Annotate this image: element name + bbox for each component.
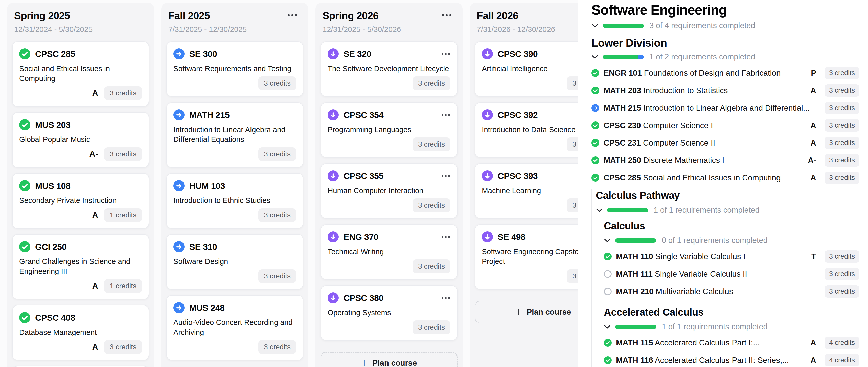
requirement-course-title: Introduction to Linear Algebra and Diffe… [641, 103, 810, 112]
requirement-course-title: Discrete Mathematics I [641, 156, 724, 165]
course-card[interactable]: CPSC 285Social and Ethical Issues in Com… [12, 41, 149, 107]
course-card[interactable]: SE 320The Software Development Lifecycle… [320, 41, 458, 97]
course-menu-ellipsis-icon[interactable] [441, 295, 451, 301]
credits-badge: 3 credits [412, 137, 451, 151]
course-card[interactable]: MATH 215Introduction to Linear Algebra a… [166, 102, 303, 168]
course-card[interactable]: MUS 203Global Popular MusicA-3 credits [12, 112, 149, 168]
requirement-course-code: MATH 116 [616, 356, 653, 365]
grade-label: A [92, 210, 98, 220]
course-code: CPSC 390 [498, 49, 538, 59]
course-card[interactable]: CPSC 380Operating Systems3 credits [320, 285, 458, 341]
credits-badge: 3 credits [412, 198, 451, 212]
course-status-check-circle-icon [19, 119, 30, 130]
course-title: Human Computer Interaction [328, 186, 451, 195]
requirement-course-code: MATH 215 [603, 103, 641, 112]
credits-badge: 3 credits [258, 269, 296, 283]
course-card-footer: 3 credits [328, 195, 451, 212]
semester-menu-ellipsis-icon[interactable] [286, 13, 299, 18]
requirement-course-text: MATH 210 Multivariable Calculus [616, 287, 816, 296]
course-card[interactable]: HUM 103Introduction to Ethnic Studies3 c… [166, 173, 303, 229]
semester-title: Fall 2025 [168, 10, 303, 22]
course-code: CPSC 285 [35, 49, 75, 59]
course-card[interactable]: CPSC 355Human Computer Interaction3 cred… [320, 163, 458, 219]
course-card-header: SE 310 [174, 241, 296, 252]
course-menu-ellipsis-icon[interactable] [441, 235, 451, 239]
requirement-course-text: CPSC 231 Computer Science II [603, 138, 804, 147]
course-menu-ellipsis-icon[interactable] [441, 174, 451, 178]
course-card-header: MUS 248 [174, 302, 296, 313]
requirement-course-row[interactable]: CPSC 231 Computer Science IIA3 credits [591, 134, 859, 151]
course-card[interactable]: MUS 108Secondary Private InstructionA1 c… [12, 173, 149, 229]
course-card-header: GCI 250 [19, 241, 142, 252]
requirement-course-row[interactable]: MATH 116 Accelerated Calculus Part II: S… [604, 351, 859, 367]
course-status-arrow-right-circle-icon [174, 48, 185, 59]
requirement-course-row[interactable]: MATH 215 Introduction to Linear Algebra … [591, 99, 859, 117]
requirement-course-row[interactable]: MATH 110 Single Variable Calculus IT3 cr… [604, 248, 859, 265]
course-code: SE 320 [343, 49, 371, 59]
chevron-down-icon[interactable] [591, 24, 598, 28]
chevron-down-icon[interactable] [604, 238, 611, 243]
course-card[interactable]: MUS 248Audio-Video Concert Recording and… [166, 295, 303, 360]
course-menu-ellipsis-icon[interactable] [441, 113, 451, 117]
semester-column-spring-2026: Spring 202612/31/2025 - 5/30/2026SE 320T… [315, 3, 463, 367]
requirement-course-row[interactable]: CPSC 285 Social and Ethical Issues in Co… [591, 169, 859, 187]
course-card[interactable]: SE 300Software Requirements and Testing3… [166, 41, 303, 97]
requirement-course-code: MATH 110 [616, 252, 653, 261]
course-card-footer: 3 credits [174, 205, 296, 222]
course-title: Global Popular Music [19, 134, 142, 144]
requirement-course-row[interactable]: MATH 210 Multivariable Calculus3 credits [604, 283, 859, 300]
requirement-course-row[interactable]: MATH 203 Introduction to StatisticsA3 cr… [591, 82, 859, 99]
credits-badge: 3 credits [825, 67, 859, 79]
course-card-footer: A1 credits [19, 276, 142, 293]
progress-bar [603, 24, 644, 28]
semester-title: Spring 2025 [14, 10, 149, 22]
grade-label: T [811, 252, 816, 261]
course-code: MATH 215 [189, 110, 229, 120]
requirement-course-code: ENGR 101 [603, 68, 642, 78]
requirement-course-row[interactable]: MATH 250 Discrete Mathematics IA-3 credi… [591, 151, 859, 169]
requirement-course-row[interactable]: CPSC 230 Computer Science IA3 credits [591, 117, 859, 134]
requirement-course-row[interactable]: MATH 115 Accelerated Calculus Part I:...… [604, 334, 859, 351]
requirement-course-title: Computer Science I [641, 121, 713, 130]
semester-dates: 12/31/2025 - 5/30/2026 [322, 25, 458, 34]
course-title: Technical Writing [328, 247, 451, 256]
requirement-course-title: Multivariable Calculus [653, 287, 733, 296]
semester-header: Spring 202612/31/2025 - 5/30/2026 [320, 10, 458, 34]
chevron-down-icon[interactable] [591, 55, 598, 59]
semester-menu-ellipsis-icon[interactable] [440, 13, 453, 18]
course-title: Software Design [174, 256, 296, 266]
course-status-arrow-down-circle-icon [328, 231, 339, 243]
course-card-header: SE 300 [174, 48, 296, 59]
course-status-arrow-down-circle-icon [482, 170, 493, 181]
progress-bar [615, 325, 656, 329]
course-card-header: MUS 203 [19, 119, 142, 130]
requirement-course-row[interactable]: MATH 111 Single Variable Calculus II3 cr… [604, 265, 859, 283]
chevron-down-icon[interactable] [596, 208, 602, 213]
course-card-footer: A3 credits [19, 337, 142, 354]
requirement-course-title: Accelerated Calculus Part I:... [653, 338, 760, 347]
course-card-footer: A-3 credits [19, 144, 142, 161]
requirements-progress-row: 0 of 1 requirements completed [604, 233, 859, 248]
grade-label: A [811, 138, 816, 147]
requirement-status-check-circle-icon [591, 121, 599, 129]
course-card[interactable]: SE 310Software Design3 credits [166, 234, 303, 289]
course-status-arrow-right-circle-icon [174, 302, 185, 313]
progress-label: 0 of 1 requirements completed [662, 236, 768, 245]
requirement-course-text: CPSC 230 Computer Science I [603, 121, 804, 130]
requirement-status-check-circle-icon [591, 139, 599, 147]
requirement-course-code: MATH 250 [603, 156, 641, 165]
course-card[interactable]: CPSC 354Programming Languages3 credits [320, 102, 458, 158]
course-card-header: MUS 108 [19, 180, 142, 191]
requirement-course-text: MATH 250 Discrete Mathematics I [603, 156, 801, 165]
plan-course-button[interactable]: +Plan course [320, 352, 458, 367]
requirement-course-row[interactable]: ENGR 101 Foundations of Design and Fabri… [591, 64, 859, 82]
course-card[interactable]: CPSC 298Computer Science ColloquiumP1 cr… [12, 366, 149, 367]
course-card[interactable]: ENG 370Technical Writing3 credits [320, 224, 458, 280]
requirements-progress-row: 3 of 4 requirements completed [591, 18, 859, 33]
course-card[interactable]: CPSC 408Database ManagementA3 credits [12, 305, 149, 360]
requirements-progress-row: 1 of 1 requirements completed [596, 203, 859, 218]
requirement-group-heading: Accelerated Calculus [604, 306, 859, 318]
course-card[interactable]: GCI 250Grand Challenges in Science and E… [12, 234, 149, 300]
course-menu-ellipsis-icon[interactable] [441, 52, 451, 56]
chevron-down-icon[interactable] [604, 325, 611, 329]
